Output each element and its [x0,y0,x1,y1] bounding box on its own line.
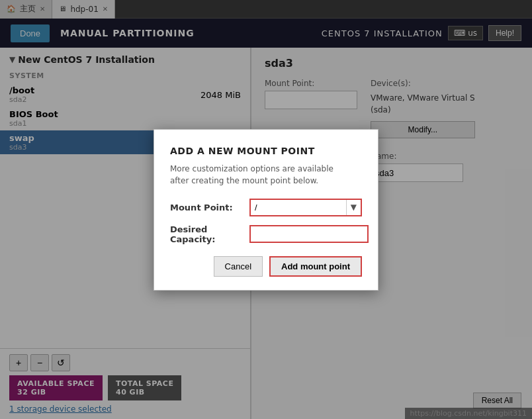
modal-mount-input-wrapper: ▼ [249,199,362,216]
cancel-button[interactable]: Cancel [214,256,263,277]
modal-mount-point-label: Mount Point: [170,203,249,212]
dropdown-arrow-icon[interactable]: ▼ [346,200,361,215]
modal-title: ADD A NEW MOUNT POINT [170,146,362,156]
modal-mount-point-row: Mount Point: ▼ [170,199,362,216]
modal-capacity-input[interactable] [249,225,369,243]
modal-buttons: Cancel Add mount point [170,256,362,277]
modal-capacity-row: Desired Capacity: [170,224,362,244]
add-mount-point-button[interactable]: Add mount point [269,256,362,277]
add-mount-point-modal: ADD A NEW MOUNT POINT More customization… [154,129,378,291]
modal-overlay: ADD A NEW MOUNT POINT More customization… [0,0,532,419]
modal-mount-point-input[interactable] [251,200,346,215]
modal-description: More customization options are available… [170,163,362,187]
modal-capacity-label: Desired Capacity: [170,224,249,244]
